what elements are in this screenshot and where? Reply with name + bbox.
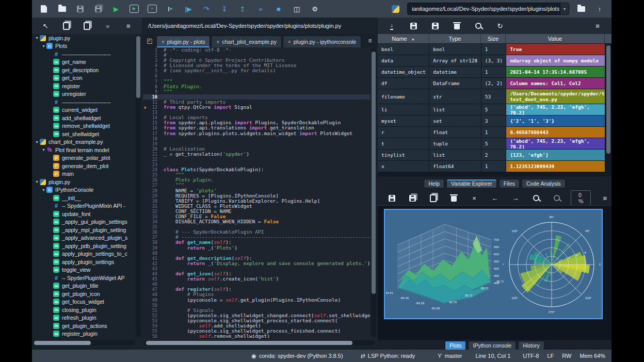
- pane-tab-variable-explorer[interactable]: Variable Explorer: [446, 179, 497, 188]
- outline-item-get_icon[interactable]: mget_icon: [32, 74, 142, 83]
- column-header-name[interactable]: Name▲: [378, 34, 429, 43]
- pane-tab-files[interactable]: Files: [499, 179, 520, 188]
- variable-row-filename[interactable]: filenamestr53/Users/Documents/spyder/spy…: [378, 89, 605, 104]
- outline-item-generate_polar_plot[interactable]: Fgenerate_polar_plot: [32, 154, 142, 162]
- editor-tab-chart-plot-example-py[interactable]: ×chart_plot_example.py: [211, 36, 282, 47]
- search-icon[interactable]: [472, 19, 485, 32]
- preferences-icon[interactable]: ⚙: [308, 2, 321, 15]
- outline-item-_apply_mpl_plugin_setting[interactable]: m_apply_mpl_plugin_setting: [32, 226, 142, 234]
- outline-vertical-scrollbar[interactable]: [136, 35, 141, 337]
- outline-item-chart_plot_example-py[interactable]: ▾chart_plot_example.py: [32, 138, 142, 146]
- code-line-18[interactable]: 18: [143, 136, 370, 141]
- outline-item-get_plugin_icon[interactable]: mget_plugin_icon: [32, 290, 142, 298]
- code-line-22[interactable]: 22: [143, 157, 370, 162]
- run-cell-icon[interactable]: ▶: [127, 2, 141, 15]
- outline-item-_apply_gui_plugin_settings[interactable]: m_apply_gui_plugin_settings: [32, 218, 142, 226]
- outline-item-plot-final-terrain-model[interactable]: ▾%Plot final terrain model: [32, 146, 142, 154]
- chevron-down-icon[interactable]: ▾: [34, 36, 40, 40]
- continue-execution-icon[interactable]: »: [254, 2, 267, 15]
- outline-item-register[interactable]: mregister: [32, 82, 142, 90]
- remove-variable-icon[interactable]: [450, 19, 463, 32]
- outline-item-update_font[interactable]: mupdate_font: [32, 210, 142, 218]
- outline-item-plots[interactable]: ▾CPlots: [32, 42, 142, 51]
- variable-value[interactable]: True: [506, 44, 605, 55]
- code-line-12[interactable]: ▲12from qtpy.QtCore import Signal: [143, 105, 370, 110]
- follow-cursor-icon[interactable]: ↖: [39, 19, 52, 32]
- variable-value[interactable]: 2021-04-14 17:35:14.687085: [506, 67, 605, 77]
- editor-tab-plugin-py-ipythonconsole[interactable]: ×plugin.py - ipythonconsole: [283, 36, 361, 47]
- save-all-plots-icon[interactable]: [406, 191, 419, 205]
- previous-plot-icon[interactable]: ←: [488, 191, 502, 205]
- variable-row-x[interactable]: xfloat6411.1235123099439: [378, 161, 605, 172]
- chevron-down-icon[interactable]: ▾: [560, 3, 569, 14]
- options-menu-icon[interactable]: ≡: [591, 19, 604, 32]
- collapse-all-icon[interactable]: [59, 19, 73, 32]
- outline-item-unregister[interactable]: munregister: [32, 90, 142, 98]
- variable-row-t[interactable]: ttuple5('abcd', 745, 2.23, 'efgh', 70.2): [378, 138, 605, 149]
- variable-row-datetime_object[interactable]: datetime_objectdatetime12021-04-14 17:35…: [378, 67, 605, 77]
- options-menu-icon[interactable]: ≡: [122, 19, 135, 32]
- outline-item-add_shellwidget[interactable]: madd_shellwidget: [32, 114, 142, 122]
- variable-row-myset[interactable]: mysetset3{'2', '1', '3'}: [378, 116, 605, 126]
- editor-tab-plugin-py-plots[interactable]: ×plugin.py - plots: [156, 36, 210, 47]
- open-file-icon[interactable]: [55, 2, 69, 15]
- copy-plot-icon[interactable]: [426, 191, 440, 205]
- next-plot-icon[interactable]: →: [509, 191, 522, 205]
- code-line-56[interactable]: 56 self.remove_shellwidget): [143, 334, 370, 339]
- code-line-1[interactable]: 1# -*- coding: utf-8 -*-: [143, 47, 370, 53]
- outline-item-_apply_advanced_plugin_s[interactable]: m_apply_advanced_plugin_s: [32, 234, 142, 242]
- run-cell-advance-icon[interactable]: »: [146, 2, 159, 15]
- options-menu-icon[interactable]: ≡: [363, 34, 377, 47]
- variable-explorer-scrollbar[interactable]: [606, 44, 611, 174]
- variable-value[interactable]: {'2', '1', '3'}: [506, 116, 605, 126]
- step-over-icon[interactable]: ↷: [200, 2, 213, 15]
- outline-item-plugin-py[interactable]: ▾plugin.py: [32, 34, 142, 42]
- pane-tab-history[interactable]: History: [518, 341, 544, 350]
- chevron-down-icon[interactable]: ▾: [34, 140, 40, 144]
- chevron-down-icon[interactable]: ▾: [41, 44, 46, 48]
- variable-value[interactable]: [123, 'efgh']: [506, 150, 605, 160]
- variable-value[interactable]: ndarray object of numpy module: [506, 55, 605, 66]
- python-logo-icon[interactable]: [389, 2, 402, 15]
- variable-value[interactable]: 1.1235123099439: [506, 161, 605, 172]
- outline-item-get_plugin_title[interactable]: mget_plugin_title: [32, 282, 142, 290]
- outline-item--spyderpluginwidget-ap[interactable]: #-- SpyderPluginWidget AP: [32, 274, 142, 282]
- lsp-status[interactable]: ⇄LSP Python: ready: [361, 353, 415, 359]
- pane-tab-ipython-console[interactable]: IPython console: [468, 341, 516, 350]
- close-icon[interactable]: ×: [288, 39, 291, 45]
- code-line-34[interactable]: 34 DISABLE_ACTIONS_WHEN_HIDDEN = False: [143, 219, 370, 224]
- variable-row-data[interactable]: dataArray of str128(3, 3)ndarray object …: [378, 55, 605, 66]
- code-line-39[interactable]: 39 return _('Plots'): [143, 245, 370, 251]
- editor-vertical-scrollbar[interactable]: [371, 48, 376, 337]
- outline-item-plugin-py[interactable]: ▾plugin.py: [32, 178, 142, 186]
- chevron-down-icon[interactable]: ▾: [34, 179, 40, 184]
- save-data-icon[interactable]: [407, 19, 420, 32]
- pane-tab-plots[interactable]: Plots: [445, 341, 466, 350]
- new-file-icon[interactable]: [37, 2, 51, 15]
- outline-item-__init__[interactable]: m__init__: [32, 194, 142, 202]
- expand-all-icon[interactable]: [80, 19, 93, 32]
- code-line-42[interactable]: 42 return _('Display, explore and save c…: [143, 261, 370, 266]
- outline-item-apply_plugin_settings[interactable]: mapply_plugin_settings: [32, 258, 142, 266]
- outline-item-remove_shellwidget[interactable]: mremove_shellwidget: [32, 122, 142, 130]
- variable-row-li[interactable]: lilist5['abcd', 745, 2.23, 'efgh', 70.2]: [378, 104, 605, 115]
- outline-item-set_shellwidget[interactable]: mset_shellwidget: [32, 130, 142, 138]
- outline-item-get_description[interactable]: mget_description: [32, 66, 142, 74]
- git-branch[interactable]: ϒmaster: [438, 353, 462, 359]
- column-header-size[interactable]: Size: [481, 34, 506, 43]
- variable-row-df[interactable]: dfDataFrame(2, 2)Column names: Col1, Col…: [378, 78, 605, 89]
- zoom-out-icon[interactable]: [550, 191, 564, 205]
- zoom-in-icon[interactable]: [529, 191, 543, 205]
- options-menu-icon[interactable]: ≡: [598, 191, 611, 205]
- debug-file-icon[interactable]: |▶: [182, 2, 195, 15]
- close-icon[interactable]: ×: [162, 39, 165, 45]
- code-line-8[interactable]: 8Plots Plugin.: [143, 84, 370, 89]
- variable-value[interactable]: 6.46567886443: [506, 127, 605, 138]
- remove-plot-icon[interactable]: [447, 191, 460, 205]
- code-line-9[interactable]: 9""": [143, 89, 370, 94]
- column-header-type[interactable]: Type: [429, 34, 481, 43]
- code-line-5[interactable]: 5# (see spyder/__init__.py for details): [143, 68, 370, 73]
- outline-item-ipythonconsole[interactable]: ▾CIPythonConsole: [32, 186, 142, 194]
- step-out-icon[interactable]: ↥: [236, 2, 249, 15]
- variable-row-tinylist[interactable]: tinylistlist2[123, 'efgh']: [378, 150, 605, 160]
